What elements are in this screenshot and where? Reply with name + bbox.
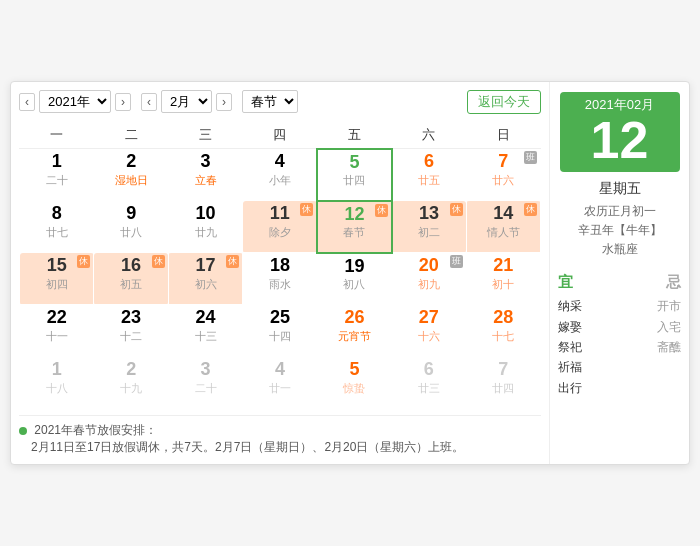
yi-item: 嫁娶: [558, 317, 582, 337]
table-row[interactable]: 休11除夕: [243, 201, 317, 253]
weekday-wed: 三: [168, 122, 242, 149]
return-today-btn[interactable]: 返回今天: [467, 90, 541, 114]
table-row[interactable]: 2湿地日: [94, 149, 168, 201]
table-row[interactable]: 休12春节: [317, 201, 391, 253]
note-section: 2021年春节放假安排： 2月11日至17日放假调休，共7天。2月7日（星期日）…: [19, 415, 541, 456]
table-row[interactable]: 休16初五: [94, 253, 168, 305]
table-row[interactable]: 休13初二: [392, 201, 466, 253]
table-row[interactable]: 休15初四: [20, 253, 94, 305]
yi-label: 宜: [558, 273, 573, 292]
calendar-header: ‹ 2021年 › ‹ 2月 › 春节 返回今天: [19, 90, 541, 114]
yi-list: 纳采嫁娶祭祀祈福出行: [558, 296, 582, 398]
yi-item: 出行: [558, 378, 582, 398]
table-row[interactable]: 18雨水: [243, 253, 317, 305]
table-row[interactable]: 23十二: [94, 305, 168, 357]
weekday-sun: 日: [466, 122, 540, 149]
prev-month-btn[interactable]: ‹: [141, 93, 157, 111]
table-row[interactable]: 3立春: [168, 149, 242, 201]
table-row[interactable]: 2十九: [94, 357, 168, 409]
ji-item: 入宅: [657, 317, 681, 337]
table-row[interactable]: 3二十: [168, 357, 242, 409]
table-row[interactable]: 休14情人节: [466, 201, 540, 253]
table-row[interactable]: 1十八: [20, 357, 94, 409]
weekday-fri: 五: [317, 122, 391, 149]
table-row[interactable]: 8廿七: [20, 201, 94, 253]
yi-item: 祭祀: [558, 337, 582, 357]
table-row[interactable]: 5廿四: [317, 149, 391, 201]
note-dot: [19, 427, 27, 435]
weekday-mon: 一: [20, 122, 94, 149]
table-row[interactable]: 5惊蛰: [317, 357, 391, 409]
table-row[interactable]: 28十七: [466, 305, 540, 357]
note-detail: 2月11日至17日放假调休，共7天。2月7日（星期日）、2月20日（星期六）上班…: [19, 440, 464, 454]
side-yiji: 宜 忌 纳采嫁娶祭祀祈福出行 开市入宅斋醮: [558, 273, 681, 398]
note-title: 2021年春节放假安排：: [34, 423, 157, 437]
ji-list: 开市入宅斋醮: [657, 296, 681, 398]
table-row[interactable]: 4小年: [243, 149, 317, 201]
year-select[interactable]: 2021年: [39, 90, 111, 113]
yiji-header: 宜 忌: [558, 273, 681, 292]
table-row[interactable]: 27十六: [392, 305, 466, 357]
weekday-tue: 二: [94, 122, 168, 149]
weekday-thu: 四: [243, 122, 317, 149]
ji-item: 斋醮: [657, 337, 681, 357]
table-row[interactable]: 19初八: [317, 253, 391, 305]
table-row[interactable]: 7廿四: [466, 357, 540, 409]
calendar-main: ‹ 2021年 › ‹ 2月 › 春节 返回今天 一 二 三 四: [11, 82, 549, 465]
table-row[interactable]: 25十四: [243, 305, 317, 357]
table-row[interactable]: 班7廿六: [466, 149, 540, 201]
table-row[interactable]: 班20初九: [392, 253, 466, 305]
table-row[interactable]: 4廿一: [243, 357, 317, 409]
table-row[interactable]: 6廿五: [392, 149, 466, 201]
month-select[interactable]: 2月: [161, 90, 212, 113]
table-row[interactable]: 1二十: [20, 149, 94, 201]
table-row[interactable]: 6廿三: [392, 357, 466, 409]
table-row[interactable]: 21初十: [466, 253, 540, 305]
table-row[interactable]: 休17初六: [168, 253, 242, 305]
weekday-sat: 六: [392, 122, 466, 149]
yiji-content: 纳采嫁娶祭祀祈福出行 开市入宅斋醮: [558, 296, 681, 398]
calendar-container: ‹ 2021年 › ‹ 2月 › 春节 返回今天 一 二 三 四: [10, 81, 690, 466]
side-weekday: 星期五: [599, 180, 641, 198]
side-date-badge: 2021年02月 12: [560, 92, 680, 172]
ji-label: 忌: [666, 273, 681, 292]
next-year-btn[interactable]: ›: [115, 93, 131, 111]
festival-select[interactable]: 春节: [242, 90, 298, 113]
side-lunar: 农历正月初一 辛丑年【牛年】 水瓶座: [578, 202, 662, 260]
side-day: 12: [560, 114, 680, 166]
calendar-table: 一 二 三 四 五 六 日 1二十2湿地日3立春4小年5廿四6廿五班7廿六8廿七…: [19, 122, 541, 410]
table-row[interactable]: 24十三: [168, 305, 242, 357]
table-row[interactable]: 10廿九: [168, 201, 242, 253]
ji-item: 开市: [657, 296, 681, 316]
table-row[interactable]: 9廿八: [94, 201, 168, 253]
next-month-btn[interactable]: ›: [216, 93, 232, 111]
table-row[interactable]: 26元宵节: [317, 305, 391, 357]
table-row[interactable]: 22十一: [20, 305, 94, 357]
calendar-side: 2021年02月 12 星期五 农历正月初一 辛丑年【牛年】 水瓶座 宜 忌 纳…: [549, 82, 689, 465]
yi-item: 纳采: [558, 296, 582, 316]
prev-year-btn[interactable]: ‹: [19, 93, 35, 111]
yi-item: 祈福: [558, 357, 582, 377]
